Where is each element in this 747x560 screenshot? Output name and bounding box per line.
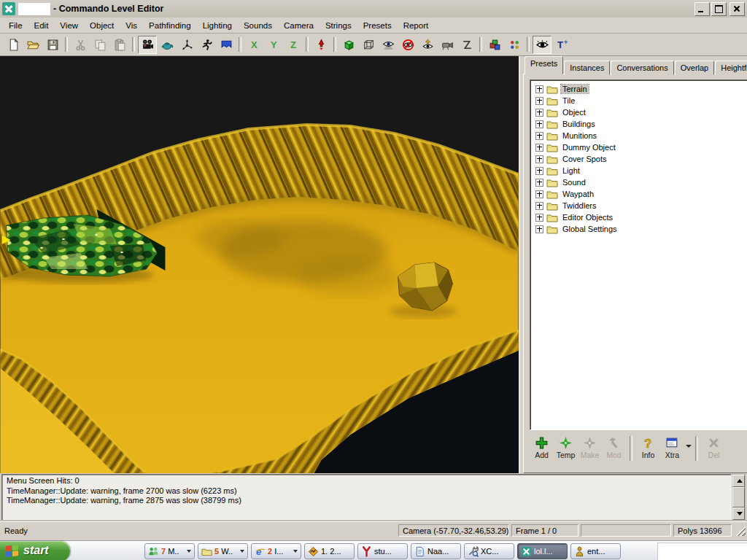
- run-actor-button[interactable]: [197, 36, 216, 54]
- cut-button[interactable]: [71, 36, 90, 54]
- group-dropdown-icon[interactable]: [187, 550, 191, 553]
- taskbar-window-4[interactable]: 1. 2...: [304, 543, 355, 559]
- expand-icon[interactable]: [535, 179, 543, 187]
- expand-icon[interactable]: [535, 190, 543, 198]
- expand-icon[interactable]: [535, 85, 543, 93]
- axis-y-button[interactable]: Y: [264, 36, 283, 54]
- save-button[interactable]: [43, 36, 62, 54]
- scroll-up-button[interactable]: [732, 475, 745, 487]
- expand-icon[interactable]: [535, 167, 543, 175]
- camera-side-button[interactable]: [438, 36, 457, 54]
- menu-vis[interactable]: Vis: [120, 20, 143, 31]
- minimize-button[interactable]: [694, 2, 710, 16]
- tree-item-editor-objects[interactable]: Editor Objects: [532, 211, 747, 223]
- menu-camera[interactable]: Camera: [278, 20, 320, 31]
- visibility-raise-button[interactable]: [418, 36, 437, 54]
- open-folder-button[interactable]: [23, 36, 42, 54]
- group-dropdown-icon[interactable]: [240, 550, 244, 553]
- teapot-button[interactable]: [158, 36, 177, 54]
- taskbar-folders-group[interactable]: 5W..: [198, 543, 248, 559]
- taskbar-messenger-group[interactable]: 7M..: [144, 543, 195, 559]
- tab-presets[interactable]: Presets: [525, 56, 563, 74]
- text-labels-button[interactable]: T+: [552, 36, 571, 54]
- solid-cube-button[interactable]: [339, 36, 358, 54]
- menu-report[interactable]: Report: [398, 20, 435, 31]
- flag-button[interactable]: [217, 36, 236, 54]
- expand-icon[interactable]: [535, 120, 543, 128]
- show-all-button[interactable]: [533, 36, 551, 54]
- menu-pathfinding[interactable]: Pathfinding: [143, 20, 197, 31]
- expand-icon[interactable]: [535, 225, 543, 233]
- menu-object[interactable]: Object: [84, 20, 120, 31]
- scroll-thumb[interactable]: [732, 487, 745, 508]
- app-icon[interactable]: [2, 2, 15, 15]
- resize-grip[interactable]: [735, 526, 746, 536]
- axis-z-button[interactable]: Z: [284, 36, 303, 54]
- wire-cube-button[interactable]: [359, 36, 378, 54]
- drop-marker-button[interactable]: [311, 36, 330, 54]
- preset-tree[interactable]: Terrain Tile Object Buildings Munitions …: [530, 79, 747, 430]
- expand-icon[interactable]: [535, 109, 543, 117]
- tree-item-buildings[interactable]: Buildings: [532, 118, 747, 130]
- multi-cubes-button[interactable]: [485, 36, 504, 54]
- tree-item-waypath[interactable]: Waypath: [532, 188, 747, 200]
- group-dropdown-icon[interactable]: [293, 550, 298, 553]
- copy-button[interactable]: [90, 36, 109, 54]
- menu-file[interactable]: File: [3, 20, 28, 31]
- add-button[interactable]: Add: [530, 435, 554, 459]
- tree-item-munitions[interactable]: Munitions: [532, 130, 747, 141]
- taskbar-window-5[interactable]: stu...: [357, 543, 408, 559]
- info-button[interactable]: ?Info: [636, 435, 660, 459]
- polygon-outline-button[interactable]: [457, 36, 476, 54]
- tab-heightfield[interactable]: Heightfield: [715, 61, 747, 75]
- xtra-dropdown-arrow[interactable]: [686, 445, 692, 448]
- tree-item-twiddlers[interactable]: Twiddlers: [532, 200, 747, 211]
- new-document-button[interactable]: [4, 36, 23, 54]
- expand-icon[interactable]: [535, 144, 543, 152]
- tree-item-terrain[interactable]: Terrain: [532, 83, 747, 95]
- viewport-3d[interactable]: [0, 56, 519, 473]
- expand-icon[interactable]: [535, 214, 543, 222]
- taskbar-window-9[interactable]: ent...: [570, 543, 621, 559]
- taskbar-window-7[interactable]: XC...: [464, 543, 514, 559]
- menu-sounds[interactable]: Sounds: [238, 20, 278, 31]
- taskbar-window-6[interactable]: Naa...: [411, 543, 461, 559]
- tree-item-global-settings[interactable]: Global Settings: [532, 223, 747, 235]
- log-scrollbar[interactable]: [732, 474, 746, 521]
- start-button[interactable]: start: [0, 541, 70, 560]
- expand-icon[interactable]: [535, 155, 543, 163]
- expand-icon[interactable]: [535, 97, 543, 105]
- render-camera-button[interactable]: [138, 36, 157, 54]
- menu-strings[interactable]: Strings: [320, 20, 357, 31]
- scroll-down-button[interactable]: [732, 508, 745, 520]
- xtra-button[interactable]: Xtra: [660, 435, 684, 459]
- menu-edit[interactable]: Edit: [28, 20, 55, 31]
- tree-item-light[interactable]: Light: [532, 165, 747, 176]
- expand-icon[interactable]: [535, 132, 543, 140]
- tree-item-cover-spots[interactable]: Cover Spots: [532, 153, 747, 165]
- maximize-button[interactable]: [711, 2, 727, 16]
- menu-lighting[interactable]: Lighting: [197, 20, 238, 31]
- axis-gizmo-button[interactable]: [177, 36, 196, 54]
- tab-instances[interactable]: Instances: [564, 61, 610, 75]
- make-button[interactable]: Make: [578, 435, 602, 459]
- expand-icon[interactable]: [535, 202, 543, 210]
- temp-button[interactable]: Temp: [554, 435, 578, 459]
- visibility-terrain-button[interactable]: [379, 36, 398, 54]
- tab-conversations[interactable]: Conversations: [611, 61, 673, 75]
- tab-overlap[interactable]: Overlap: [675, 61, 715, 75]
- mod-button[interactable]: Mod: [602, 435, 626, 459]
- close-button[interactable]: [729, 2, 745, 16]
- axis-x-button[interactable]: X: [244, 36, 263, 54]
- color-dots-button[interactable]: [505, 36, 524, 54]
- taskbar-window-level-editor[interactable]: lol.l...: [517, 543, 568, 559]
- visibility-off-button[interactable]: [398, 36, 417, 54]
- taskbar-internet-group[interactable]: e2I...: [251, 543, 301, 559]
- tree-item-tile[interactable]: Tile: [532, 95, 747, 106]
- paste-button[interactable]: [110, 36, 129, 54]
- tree-item-dummy-object[interactable]: Dummy Object: [532, 141, 747, 153]
- del-button[interactable]: Del: [702, 435, 726, 459]
- tree-item-sound[interactable]: Sound: [532, 176, 747, 188]
- menu-view[interactable]: View: [54, 20, 84, 31]
- tree-item-object[interactable]: Object: [532, 106, 747, 118]
